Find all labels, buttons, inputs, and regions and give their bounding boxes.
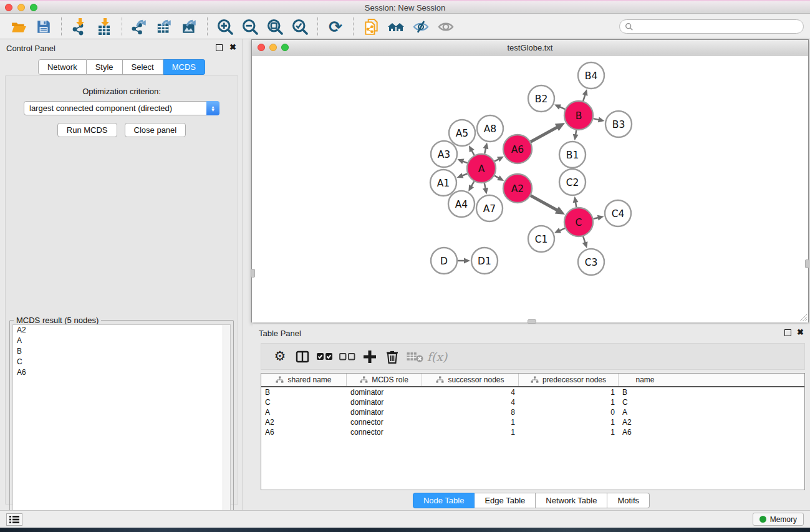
search-icon [625,22,634,31]
search-field[interactable] [619,19,804,34]
show-all-icon[interactable] [435,17,456,37]
column-header-predecessor-nodes[interactable]: predecessor nodes [519,374,619,386]
memory-button[interactable]: Memory [753,513,804,526]
select-all-rows-icon[interactable] [314,346,336,367]
tab-style[interactable]: Style [87,59,123,75]
result-list-item[interactable]: A [13,336,230,346]
node-label-C1: C1 [535,234,548,245]
node-label-B4: B4 [585,70,598,82]
column-header-shared-name[interactable]: shared name [261,374,347,386]
add-column-icon[interactable] [359,346,381,367]
tab-node-table[interactable]: Node Table [413,493,475,508]
arrowhead-icon [483,142,489,149]
cell-successor-nodes: 8 [422,408,519,417]
first-neighbors-icon[interactable] [385,17,407,37]
table-float-panel-icon[interactable] [784,329,791,336]
zoom-in-icon[interactable] [215,17,236,37]
close-panel-icon[interactable]: ✖ [229,42,236,52]
result-list-item[interactable]: B [13,346,230,357]
result-list-item[interactable]: A6 [13,367,230,378]
column-header-mcds-role[interactable]: MCDS role [347,374,422,386]
float-panel-icon[interactable] [216,44,223,51]
zoom-selected-icon[interactable] [289,17,311,37]
cell-predecessor-nodes: 0 [519,408,619,417]
search-input[interactable] [634,22,798,31]
table-panel-title: Table Panel [259,329,301,338]
open-file-icon[interactable] [8,17,29,37]
delete-column-icon[interactable] [381,346,403,367]
node-label-A1: A1 [437,178,450,189]
import-network-icon[interactable] [69,17,90,37]
column-header-successor-nodes[interactable]: successor nodes [422,374,519,386]
network-window-title: testGlobe.txt [252,43,808,52]
control-panel-title: Control Panel [6,44,55,53]
table-row[interactable]: Adominator80A [261,407,804,417]
tab-select[interactable]: Select [123,59,163,75]
mcds-result-list[interactable]: A2ABCA6 [12,324,231,531]
toolbar-separator [61,17,62,36]
node-label-A6: A6 [511,144,524,155]
window-resize-grip[interactable] [799,313,807,321]
table-header-row: shared nameMCDS rolesuccessor nodesprede… [261,374,804,387]
app-title: Session: New Session [0,3,810,12]
table-row[interactable]: A6connector11A6 [261,427,804,437]
column-namespace-icon [276,376,284,384]
network-canvas[interactable]: AA1A2A3A4A5A6A7A8BB1B2B3B4CC1C2C3C4DD1 [252,56,808,322]
select-stepper-icon: ▲▼ [206,101,219,115]
task-history-button[interactable] [6,513,22,526]
table-settings-gear-icon[interactable]: ⚙ [269,346,291,367]
application-window: Session: New Session ⟳ Control Panel ✖ N… [0,0,810,532]
run-mcds-button[interactable]: Run MCDS [57,123,117,137]
canvas-left-scrollbar[interactable] [251,269,255,278]
table-tabs: Node TableEdge TableNetwork TableMotifs [253,493,810,508]
table-row[interactable]: Bdominator41B [261,387,804,397]
table-row[interactable]: Cdominator41C [261,397,804,407]
node-label-B: B [576,110,582,122]
export-table-icon[interactable] [154,17,175,37]
import-table-icon[interactable] [94,17,115,37]
table-row[interactable]: A2connector11A2 [261,417,804,427]
cell-shared-name: A6 [261,428,347,437]
canvas-right-scrollbar[interactable] [805,259,809,268]
network-window: testGlobe.txt AA1A2A3A4A5A6A7A8BB1B2B3B4… [251,39,809,322]
export-image-icon[interactable] [179,17,200,37]
tab-edge-table[interactable]: Edge Table [475,493,536,508]
memory-label: Memory [770,515,797,524]
apply-layout-icon[interactable]: ⟳ [325,17,346,37]
arrowhead-icon [464,258,470,264]
toolbar-separator [207,17,208,36]
edge-A6-B[interactable] [531,127,558,142]
node-label-C: C [576,217,582,228]
fx-glyph: f(x) [427,350,448,364]
tab-mcds[interactable]: MCDS [163,59,205,75]
tab-motifs[interactable]: Motifs [607,493,650,508]
tab-network[interactable]: Network [38,59,87,75]
node-table[interactable]: shared nameMCDS rolesuccessor nodesprede… [261,373,805,490]
show-column-icon[interactable] [291,346,314,367]
edge-A2-C[interactable] [531,196,558,211]
close-panel-button[interactable]: Close panel [125,123,186,137]
result-list-item[interactable]: A2 [13,325,230,336]
tab-network-table[interactable]: Network Table [536,493,607,508]
deselect-all-rows-icon[interactable] [336,346,359,367]
cell-mcds-role: dominator [347,388,422,397]
arrowhead-icon [457,159,464,164]
criterion-select[interactable]: largest connected component (directed) ▲… [24,101,219,115]
export-network-icon[interactable] [129,17,150,37]
hide-selected-icon[interactable] [410,17,432,37]
cell-name: B [619,388,672,397]
column-header-name[interactable]: name [619,374,672,386]
network-window-titlebar[interactable]: testGlobe.txt [252,40,808,56]
save-session-icon[interactable] [33,17,54,37]
control-panel: Control Panel ✖ NetworkStyleSelectMCDS O… [0,39,243,510]
new-network-from-selection-icon[interactable] [360,17,382,37]
zoom-fit-icon[interactable] [264,17,286,37]
table-close-panel-icon[interactable]: ✖ [797,327,804,337]
network-graph[interactable]: AA1A2A3A4A5A6A7A8BB1B2B3B4CC1C2C3C4DD1 [252,56,808,322]
result-list-scrollbar[interactable] [223,325,230,531]
toolbar-separator [122,17,122,36]
arrowhead-icon [582,89,588,96]
zoom-out-icon[interactable] [239,17,261,37]
result-list-item[interactable]: C [13,357,230,367]
canvas-bottom-scrollbar[interactable] [528,319,536,324]
